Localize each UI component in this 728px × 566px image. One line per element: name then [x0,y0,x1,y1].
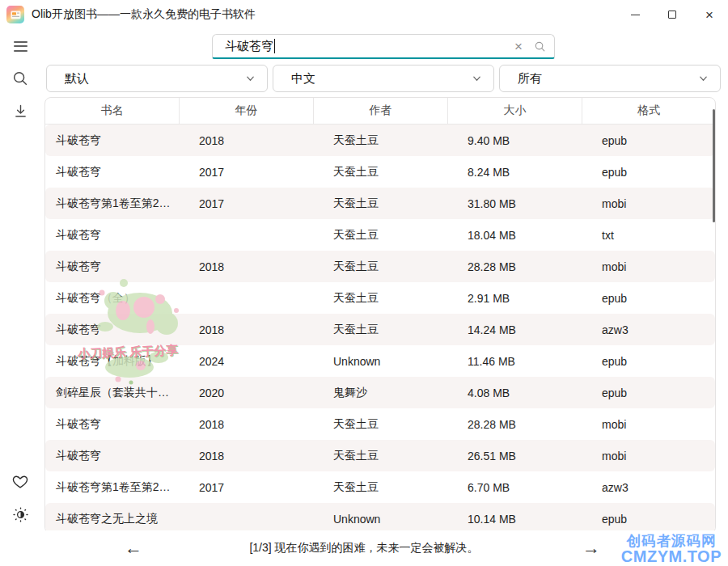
minimize-button[interactable] [616,0,654,29]
cell-book-name: 斗破苍穹之无上之境 [45,512,180,526]
search-box[interactable]: 斗破苍穹 × [212,34,555,59]
cell-author: 天蚕土豆 [314,228,448,243]
table-row[interactable]: 斗破苍穹 2018 天蚕土豆 26.51 MB mobi [45,440,715,471]
cell-size: 26.51 MB [448,450,582,463]
close-button[interactable]: × [691,0,728,29]
cell-format: txt [582,229,715,242]
downloads-nav-button[interactable] [11,101,30,120]
header-size[interactable]: 大小 [448,98,582,124]
right-arrow-icon: → [582,538,600,559]
clear-search-button[interactable]: × [514,40,523,53]
text-caret [274,39,275,53]
favorites-button[interactable] [11,472,30,492]
scrollbar-thumb[interactable] [713,109,715,222]
cell-author: Unknown [314,513,448,526]
theme-toggle-button[interactable] [11,505,30,524]
search-submit-icon[interactable] [534,40,546,53]
table-row[interactable]: 斗破苍穹 2018 天蚕土豆 14.24 MB azw3 [45,314,715,345]
cell-author: 天蚕土豆 [314,133,448,148]
cell-year: 2017 [180,481,314,494]
brightness-icon [12,506,29,523]
cell-author: 天蚕土豆 [314,291,448,306]
search-icon [11,70,29,87]
cell-book-name: 斗破苍穹 [45,228,180,243]
cell-author: 天蚕土豆 [314,165,448,180]
cell-year: 2018 [180,260,314,273]
sort-dropdown-value: 默认 [65,71,89,87]
cell-book-name: 斗破苍穹【加料版】 [45,354,180,369]
search-input-value[interactable]: 斗破苍穹 [225,39,273,54]
cell-author: 天蚕土豆 [314,480,448,495]
language-dropdown[interactable]: 中文 [273,65,494,92]
cell-author: 鬼舞沙 [314,386,448,400]
cell-book-name: 斗破苍穹 [45,417,180,432]
cell-size: 10.14 MB [448,513,582,526]
cell-format: epub [582,292,715,305]
cell-book-name: 剑碎星辰（套装共十… [45,386,180,400]
sort-dropdown[interactable]: 默认 [46,65,268,92]
format-dropdown[interactable]: 所有 [499,65,721,92]
minimize-icon [631,15,640,15]
cell-author: Unknown [314,355,448,368]
left-arrow-icon: ← [125,538,142,559]
cell-size: 28.28 MB [448,260,582,273]
maximize-button[interactable] [654,0,691,29]
cell-year: 2018 [180,134,314,147]
cell-year: 2018 [180,418,314,431]
cell-size: 14.24 MB [448,323,582,336]
table-row[interactable]: 斗破苍穹【加料版】 2024 Unknown 11.46 MB epub [45,345,715,377]
table-row[interactable]: 斗破苍穹 2017 天蚕土豆 8.24 MB epub [45,156,715,188]
chevron-down-icon [245,74,256,83]
window-controls: × [616,0,728,29]
menu-button[interactable] [11,36,30,56]
window-title: Olib开放图书——一款永久免费的电子书软件 [32,7,256,22]
table-row[interactable]: 斗破苍穹（全） 天蚕土豆 2.91 MB epub [45,282,715,314]
cell-format: azw3 [582,481,715,494]
cell-author: 天蚕土豆 [314,417,448,432]
cell-author: 天蚕土豆 [314,196,448,211]
cell-format: azw3 [582,323,715,336]
table-row[interactable]: 斗破苍穹第1卷至第2… 2017 天蚕土豆 6.70 MB azw3 [45,471,715,503]
cell-size: 8.24 MB [448,166,582,179]
table-row[interactable]: 斗破苍穹之无上之境 Unknown 10.14 MB epub [45,503,715,534]
cell-book-name: 斗破苍穹第1卷至第2… [45,196,180,211]
download-icon [12,103,29,120]
cell-format: mobi [582,197,715,210]
next-page-button[interactable]: → [578,530,605,566]
search-nav-button[interactable] [11,69,30,88]
table-row[interactable]: 斗破苍穹第1卷至第2… 2017 天蚕土豆 31.80 MB mobi [45,188,715,219]
cell-size: 11.46 MB [448,355,582,368]
filter-bar: 默认 中文 所有 [46,65,721,92]
cell-format: epub [582,134,715,147]
cell-author: 天蚕土豆 [314,449,448,463]
header-author[interactable]: 作者 [314,98,448,124]
cell-book-name: 斗破苍穹 [45,133,180,148]
cell-format: epub [582,166,715,179]
titlebar: Olib开放图书——一款永久免费的电子书软件 × [0,0,728,29]
header-format[interactable]: 格式 [582,98,715,124]
cell-size: 6.70 MB [448,481,582,494]
format-dropdown-value: 所有 [518,71,542,87]
results-table: 书名 年份 作者 大小 格式 斗破苍穹 2018 天蚕土豆 9.40 MB ep… [44,97,716,534]
cell-format: mobi [582,418,715,431]
cell-year: 2018 [180,323,314,336]
table-row[interactable]: 剑碎星辰（套装共十… 2020 鬼舞沙 4.08 MB epub [45,377,715,408]
pagination-bar: ← [1/3] 现在你遇到的困难，未来一定会被解决。 → [0,530,728,566]
cell-size: 31.80 MB [448,197,582,210]
cell-year: 2020 [180,386,314,399]
header-year[interactable]: 年份 [180,98,314,124]
table-row[interactable]: 斗破苍穹 天蚕土豆 18.04 MB txt [45,219,715,251]
app-logo-icon [6,6,24,23]
header-book-name[interactable]: 书名 [45,98,180,124]
cell-book-name: 斗破苍穹 [45,449,180,463]
cell-book-name: 斗破苍穹 [45,323,180,337]
table-row[interactable]: 斗破苍穹 2018 天蚕土豆 28.28 MB mobi [45,251,715,282]
cell-format: epub [582,513,715,526]
cell-format: epub [582,355,715,368]
cell-size: 4.08 MB [448,386,582,399]
table-row[interactable]: 斗破苍穹 2018 天蚕土豆 28.28 MB mobi [45,408,715,440]
prev-page-button[interactable]: ← [120,530,147,566]
cell-size: 28.28 MB [448,418,582,431]
table-body: 斗破苍穹 2018 天蚕土豆 9.40 MB epub 斗破苍穹 2017 天蚕… [45,125,715,534]
table-row[interactable]: 斗破苍穹 2018 天蚕土豆 9.40 MB epub [45,125,715,156]
